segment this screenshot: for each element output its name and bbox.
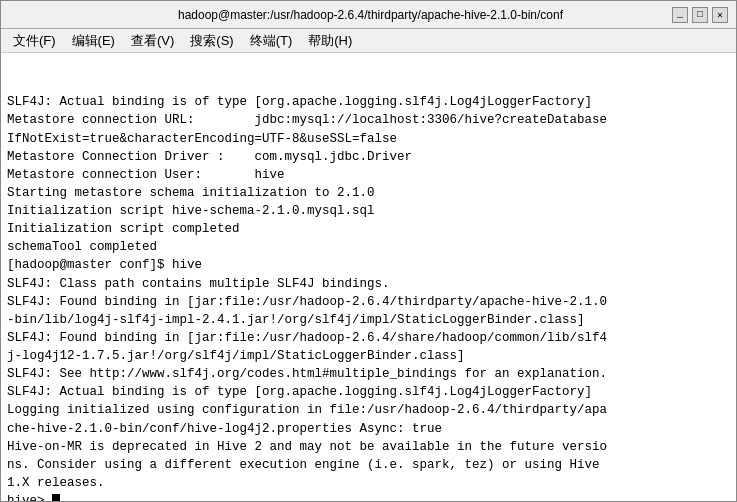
menu-item-文件(F)[interactable]: 文件(F) xyxy=(5,30,64,52)
menu-item-搜索(S)[interactable]: 搜索(S) xyxy=(182,30,241,52)
terminal-line: Initialization script completed xyxy=(7,220,730,238)
terminal-window: hadoop@master:/usr/hadoop-2.6.4/thirdpar… xyxy=(0,0,737,502)
terminal-line: 1.X releases. xyxy=(7,474,730,492)
menu-item-终端(T)[interactable]: 终端(T) xyxy=(242,30,301,52)
terminal-cursor xyxy=(52,494,60,501)
terminal-line: Metastore connection User: hive xyxy=(7,166,730,184)
terminal-line: schemaTool completed xyxy=(7,238,730,256)
terminal-line: Starting metastore schema initialization… xyxy=(7,184,730,202)
terminal-line: SLF4J: Class path contains multiple SLF4… xyxy=(7,275,730,293)
terminal-text: SLF4J: Actual binding is of type [org.ap… xyxy=(7,93,730,501)
terminal-output[interactable]: SLF4J: Actual binding is of type [org.ap… xyxy=(1,53,736,501)
minimize-button[interactable]: _ xyxy=(672,7,688,23)
terminal-line: che-hive-2.1.0-bin/conf/hive-log4j2.prop… xyxy=(7,420,730,438)
terminal-line: Logging initialized using configuration … xyxy=(7,401,730,419)
maximize-button[interactable]: □ xyxy=(692,7,708,23)
window-title: hadoop@master:/usr/hadoop-2.6.4/thirdpar… xyxy=(69,8,672,22)
menu-item-查看(V)[interactable]: 查看(V) xyxy=(123,30,182,52)
menu-item-帮助(H)[interactable]: 帮助(H) xyxy=(300,30,360,52)
terminal-line: Initialization script hive-schema-2.1.0.… xyxy=(7,202,730,220)
title-bar: hadoop@master:/usr/hadoop-2.6.4/thirdpar… xyxy=(1,1,736,29)
close-button[interactable]: ✕ xyxy=(712,7,728,23)
terminal-line: SLF4J: Actual binding is of type [org.ap… xyxy=(7,93,730,111)
terminal-line: SLF4J: Found binding in [jar:file:/usr/h… xyxy=(7,329,730,347)
terminal-line: Hive-on-MR is deprecated in Hive 2 and m… xyxy=(7,438,730,456)
terminal-line: IfNotExist=true&characterEncoding=UTF-8&… xyxy=(7,130,730,148)
terminal-line: hive> xyxy=(7,492,730,501)
terminal-line: SLF4J: See http://www.slf4j.org/codes.ht… xyxy=(7,365,730,383)
menu-bar: 文件(F)编辑(E)查看(V)搜索(S)终端(T)帮助(H) xyxy=(1,29,736,53)
terminal-line: j-log4j12-1.7.5.jar!/org/slf4j/impl/Stat… xyxy=(7,347,730,365)
terminal-line: ns. Consider using a different execution… xyxy=(7,456,730,474)
terminal-line: SLF4J: Actual binding is of type [org.ap… xyxy=(7,383,730,401)
terminal-line: Metastore Connection Driver : com.mysql.… xyxy=(7,148,730,166)
window-controls: _ □ ✕ xyxy=(672,7,728,23)
terminal-line: SLF4J: Found binding in [jar:file:/usr/h… xyxy=(7,293,730,311)
terminal-line: -bin/lib/log4j-slf4j-impl-2.4.1.jar!/org… xyxy=(7,311,730,329)
terminal-line: [hadoop@master conf]$ hive xyxy=(7,256,730,274)
menu-item-编辑(E)[interactable]: 编辑(E) xyxy=(64,30,123,52)
terminal-line: Metastore connection URL: jdbc:mysql://l… xyxy=(7,111,730,129)
